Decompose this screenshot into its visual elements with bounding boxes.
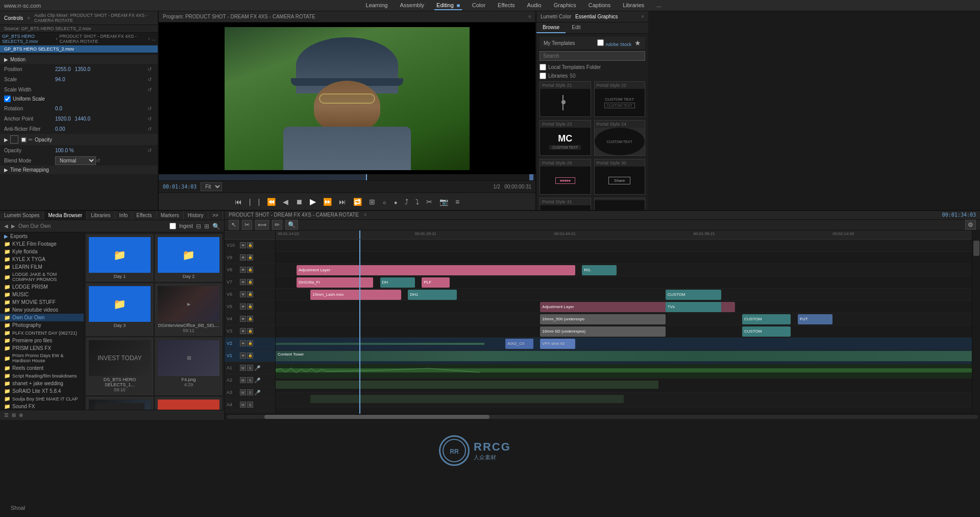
clip-adj-layer-v8[interactable]: Adjustment Layer — [297, 265, 575, 275]
folder-kyle-tyga[interactable]: 📁 KYLE X TYGA — [0, 255, 84, 263]
portal-style-24[interactable]: Portal Style 24 CUSTOM TEXT — [594, 120, 646, 156]
v1-lock[interactable]: 🔒 — [247, 353, 253, 359]
clip-dh1-v6[interactable]: DH1 — [408, 290, 456, 300]
folder-soulja[interactable]: 📁 Soulja Boy SHE MAKE IT CLAP — [0, 395, 84, 403]
portal-style-21[interactable]: Portal Style 21 — [540, 81, 591, 117]
pos-y[interactable]: 1350.0 — [75, 66, 91, 72]
media-item-day2[interactable]: 📁 Day 2 — [155, 234, 222, 281]
menu-captions[interactable]: Captions — [586, 1, 612, 10]
scale-value[interactable]: 94.0 — [55, 77, 148, 82]
position-reset[interactable]: ↺ — [148, 66, 154, 72]
v2-eye[interactable]: 👁 — [240, 340, 246, 346]
ctrl-step-back[interactable]: ⏮ — [233, 197, 244, 207]
tab-history[interactable]: History — [184, 211, 208, 220]
ingest-checkbox[interactable] — [169, 223, 176, 229]
fit-select[interactable]: Fit — [201, 182, 222, 191]
v2-lock[interactable]: 🔒 — [247, 340, 253, 346]
antiflicker-value[interactable]: 0.00 — [55, 126, 148, 132]
menu-graphics[interactable]: Graphics — [552, 1, 578, 10]
clip-15mm-v6[interactable]: 15mm_Lash.mov — [310, 290, 401, 300]
a3-mute[interactable]: M — [240, 389, 246, 395]
timeline-close[interactable]: × — [364, 212, 367, 218]
a4-mute[interactable]: M — [240, 402, 246, 408]
menu-assembly[interactable]: Assembly — [398, 1, 426, 10]
anchor-x[interactable]: 1920.0 — [55, 116, 71, 122]
clip-16mm-sd-v3[interactable]: 16mm SD (underexpos) — [540, 326, 666, 337]
clip-dirt-v7[interactable]: Dirt106a_Fi — [297, 277, 373, 288]
a1-solo[interactable]: S — [247, 365, 253, 371]
ctrl-play[interactable]: ▶ — [308, 196, 318, 207]
v6-eye[interactable]: 👁 — [240, 291, 246, 297]
filter-icon[interactable]: ⊟ — [196, 223, 201, 230]
tl-settings[interactable]: ⚙ — [965, 220, 976, 230]
menu-effects[interactable]: Effects — [496, 1, 517, 10]
a1-mute[interactable]: M — [240, 365, 246, 371]
motion-section-header[interactable]: ▶ Motion — [0, 55, 158, 64]
clip-plf-v7[interactable]: PLF — [422, 277, 450, 288]
ctrl-loop[interactable]: 🔁 — [351, 197, 364, 207]
ctrl-ovr-clip[interactable]: ⬥ — [391, 197, 400, 207]
opacity-percent[interactable]: 100.0 % — [55, 148, 148, 153]
media-item-ds[interactable]: INVEST TODAY DS_BTS HERO SELECTS_1... 59… — [86, 338, 153, 395]
lumetri-tab-header[interactable]: Lumetri Color — [541, 14, 571, 19]
tab-lumetri-scopes[interactable]: Lumetri Scopes — [0, 211, 44, 220]
v3-lock[interactable]: 🔒 — [247, 328, 253, 334]
ctrl-go-start[interactable]: ⏪ — [265, 197, 278, 207]
timeline-hscroll-thumb[interactable] — [264, 415, 490, 419]
anchor-y[interactable]: 1440.0 — [75, 116, 91, 122]
controls-tab[interactable]: Controls — [4, 15, 23, 21]
folder-photography[interactable]: 📁 Photography — [0, 321, 84, 329]
folder-exports[interactable]: ▶ Exports — [0, 232, 84, 240]
ctrl-extract[interactable]: ⤵ — [413, 197, 421, 207]
media-item-f4[interactable]: 🖼 F4.png 4:29 — [155, 338, 222, 395]
clip-rg-v8[interactable]: RG. — [582, 265, 617, 275]
tab-libraries[interactable]: Libraries — [87, 211, 115, 220]
portal-style-30[interactable]: Portal Style 30 Share — [594, 159, 646, 195]
v4-lock[interactable]: 🔒 — [247, 316, 253, 322]
folder-plfx[interactable]: 📁 PLFX CONTENT DAY (062721) — [0, 329, 84, 337]
v7-eye[interactable]: 👁 — [240, 279, 246, 285]
folder-script[interactable]: 📁 Script Reading/film breakdowns — [0, 372, 84, 380]
v1-eye[interactable]: 👁 — [240, 353, 246, 359]
v7-lock[interactable]: 🔒 — [247, 279, 253, 285]
uniform-scale-checkbox[interactable] — [4, 96, 11, 102]
a2-solo[interactable]: S — [247, 377, 253, 383]
media-item-mp3[interactable]: 🎵 audio — [155, 397, 222, 410]
media-zoom-btn[interactable]: ⊕ — [19, 412, 23, 418]
eg-tab-header[interactable]: Essential Graphics — [575, 14, 618, 19]
right-panel-close[interactable]: × — [641, 14, 644, 19]
menu-more[interactable]: ... — [654, 1, 663, 10]
ctrl-ins-clip[interactable]: ⬦ — [380, 197, 388, 207]
media-item-dg[interactable]: ▶ DGInterviewOffice_BB_SEL... 59:11 — [155, 284, 222, 336]
templates-search[interactable] — [540, 51, 645, 61]
clip-16mm-v4[interactable]: 16mm_500 (underexpo — [540, 314, 666, 324]
monitor-settings-icon[interactable]: ≡ — [528, 14, 531, 19]
folder-prism-lens[interactable]: 📁 PRISM LENS FX — [0, 344, 84, 352]
v10-eye[interactable]: 👁 — [240, 242, 246, 248]
a4-solo[interactable]: S — [247, 402, 253, 408]
clip-source-link[interactable]: GP_BTS HERO SELECTS_2.mov — [2, 34, 54, 44]
clip-fut[interactable]: FUT — [798, 314, 832, 324]
v5-eye[interactable]: 👁 — [240, 303, 246, 310]
a3-solo[interactable]: S — [247, 389, 253, 395]
v8-lock[interactable]: 🔒 — [247, 267, 253, 273]
ctrl-button-editor[interactable]: ≡ — [453, 197, 461, 207]
v9-eye[interactable]: 👁 — [240, 254, 246, 261]
position-value[interactable]: 2255.0 1350.0 — [55, 66, 148, 72]
ctrl-step-fwd[interactable]: ⏩ — [321, 197, 334, 207]
edit-tab[interactable]: Edit — [566, 22, 586, 33]
view-icon[interactable]: ⊞ — [204, 223, 209, 230]
clip-custom-v3[interactable]: CUSTOM — [742, 326, 791, 337]
folder-prism-promo[interactable]: 📁 Prism Promo Days EW & Hardison House — [0, 352, 84, 364]
adobe-stock-toggle[interactable]: Adobe Stock — [597, 39, 631, 47]
portal-style-29[interactable]: Portal Style 29 ■■■■■ — [540, 159, 591, 195]
tl-tool-slip[interactable]: ⟺ — [255, 220, 269, 230]
local-templates-checkbox[interactable] — [540, 64, 546, 70]
browse-tab[interactable]: Browse — [536, 22, 566, 33]
media-list-icon[interactable]: ☰ — [4, 412, 9, 418]
v5-lock[interactable]: 🔒 — [247, 303, 253, 310]
clip-tvs[interactable]: TVs — [666, 302, 721, 312]
portal-style-22[interactable]: Portal Style 22 CUSTOM TEXT CUSTOM TEXT — [594, 81, 646, 117]
clip-vfx2[interactable]: VFX shot #2 — [540, 339, 575, 349]
media-item-day1[interactable]: 📁 Day 1 — [86, 234, 153, 281]
